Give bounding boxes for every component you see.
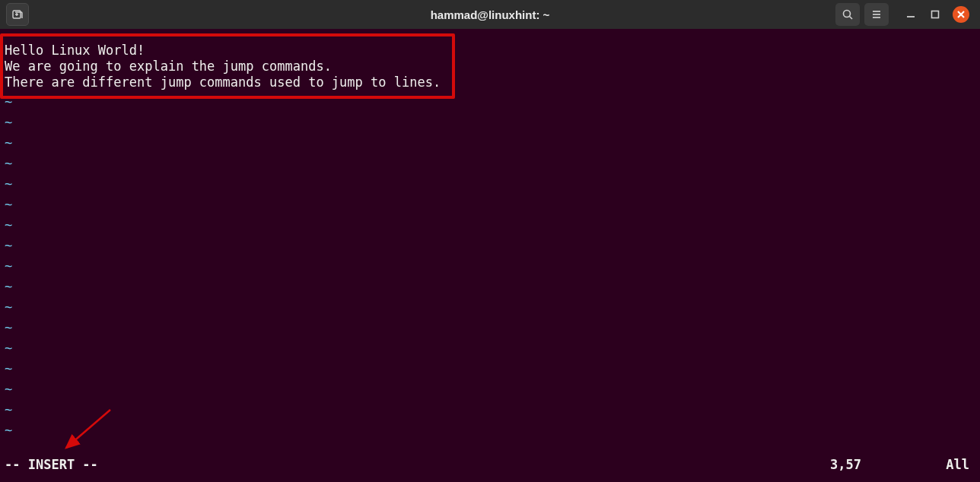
tilde-line: ~: [5, 338, 975, 359]
new-tab-icon: [11, 8, 24, 21]
minimize-button[interactable]: [904, 8, 918, 21]
titlebar-right-controls: [835, 3, 974, 26]
close-icon: [957, 11, 965, 18]
tilde-line: ~: [5, 400, 975, 420]
tilde-line: ~: [5, 174, 975, 195]
editor-line: We are going to explain the jump command…: [5, 59, 975, 75]
window-controls: [904, 6, 969, 23]
new-tab-button[interactable]: [6, 3, 29, 26]
tilde-line: ~: [5, 256, 975, 277]
svg-rect-7: [932, 11, 939, 18]
tilde-line: ~: [5, 277, 975, 297]
svg-point-1: [844, 11, 851, 17]
editor-line: Hello Linux World!: [5, 43, 975, 59]
terminal-body[interactable]: Hello Linux World! We are going to expla…: [0, 29, 980, 482]
tilde-line: ~: [5, 420, 975, 441]
tilde-line: ~: [5, 113, 975, 133]
search-icon: [842, 8, 854, 21]
close-button[interactable]: [953, 6, 969, 23]
maximize-icon: [930, 9, 940, 20]
tilde-line: ~: [5, 92, 975, 113]
vim-status-bar: -- INSERT -- 3,57 All: [5, 457, 975, 473]
maximize-button[interactable]: [928, 8, 942, 21]
tilde-line: ~: [5, 236, 975, 256]
tilde-line: ~: [5, 379, 975, 400]
minimize-icon: [905, 9, 916, 20]
titlebar: hammad@linuxhint: ~: [0, 0, 980, 29]
menu-button[interactable]: [864, 3, 889, 26]
tilde-line: ~: [5, 154, 975, 174]
search-button[interactable]: [835, 3, 860, 26]
tilde-line: ~: [5, 195, 975, 215]
tilde-line: ~: [5, 297, 975, 318]
vim-mode: -- INSERT --: [5, 457, 98, 473]
tilde-line: ~: [5, 133, 975, 154]
tilde-line: ~: [5, 359, 975, 379]
hamburger-icon: [870, 8, 883, 21]
svg-line-2: [850, 17, 853, 20]
editor-content: Hello Linux World! We are going to expla…: [5, 32, 975, 90]
editor-line: There are different jump commands used t…: [5, 75, 975, 90]
window-title: hammad@linuxhint: ~: [431, 8, 550, 21]
tilde-line: ~: [5, 318, 975, 338]
empty-lines: ~ ~ ~ ~ ~ ~ ~ ~ ~ ~ ~ ~ ~ ~ ~ ~ ~: [5, 92, 975, 441]
scroll-percent: All: [946, 457, 969, 473]
tilde-line: ~: [5, 215, 975, 236]
cursor-position: 3,57: [830, 457, 861, 473]
